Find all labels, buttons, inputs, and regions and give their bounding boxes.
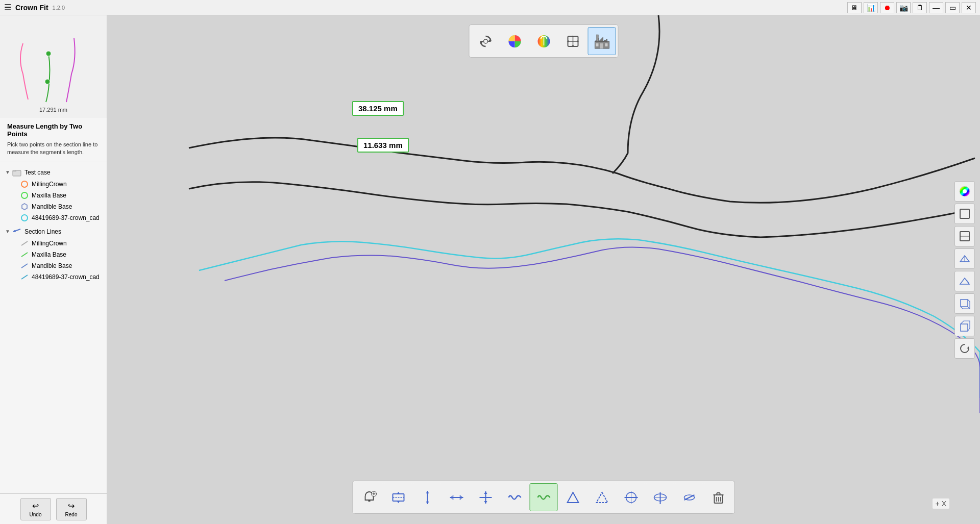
record-btn[interactable]: ⏺	[880, 2, 894, 13]
triangle-btn[interactable]	[559, 483, 587, 511]
cross-v-btn[interactable]	[646, 483, 674, 511]
view-3d-3-btn[interactable]	[954, 293, 975, 314]
color-wheel-icon	[959, 185, 971, 197]
cross-h-icon	[623, 490, 639, 505]
svg-rect-33	[596, 35, 598, 41]
svg-line-9	[21, 241, 28, 245]
view-3d-1-btn[interactable]	[954, 248, 975, 269]
tree-item-millingcrown[interactable]: MillingCrown	[15, 179, 107, 190]
cross-d-icon	[681, 490, 697, 505]
left-panel: 17.291 mm Measure Length by Two Points P…	[0, 15, 107, 524]
undo-arrow-icon: ↩	[32, 501, 39, 511]
axis-btn[interactable]	[472, 483, 500, 511]
viewport[interactable]: 38.125 mm 11.633 mm + X	[107, 15, 980, 524]
view-3d-4-icon	[959, 320, 971, 332]
svg-marker-54	[397, 501, 400, 503]
monitor-btn[interactable]: 🖥	[847, 2, 862, 13]
gradient-btn[interactable]	[530, 27, 558, 55]
undo-label: Undo	[30, 512, 42, 517]
wave-active-btn[interactable]	[530, 483, 558, 511]
lines-icon	[12, 227, 21, 236]
testcase-children: MillingCrown Maxilla Base Mandible Base	[0, 179, 107, 223]
app-version: 1.2.0	[53, 5, 65, 11]
svg-line-11	[21, 264, 28, 268]
view-3d-2-btn[interactable]	[954, 271, 975, 291]
maxilla-label: Maxilla Base	[32, 192, 66, 199]
minimize-btn[interactable]: —	[929, 2, 943, 13]
view-top-btn[interactable]	[954, 226, 975, 246]
vertical-btn[interactable]	[413, 483, 442, 511]
svg-marker-28	[599, 37, 603, 41]
maximize-btn[interactable]: ▭	[945, 2, 960, 13]
factory-icon	[594, 33, 610, 49]
chart-btn[interactable]: 📊	[864, 2, 878, 13]
cross-h-btn[interactable]	[617, 483, 645, 511]
svg-rect-41	[961, 300, 968, 307]
svg-line-12	[21, 275, 28, 279]
svg-line-45	[961, 321, 964, 324]
view-3d-4-btn[interactable]	[954, 316, 975, 336]
svg-point-6	[21, 215, 28, 221]
menu-icon[interactable]: ☰	[4, 3, 11, 12]
resetview-btn[interactable]	[559, 27, 587, 55]
redo-button[interactable]: ↪ Redo	[56, 498, 87, 520]
colormap-btn[interactable]	[501, 27, 529, 55]
svg-point-8	[14, 230, 16, 232]
color-wheel-btn[interactable]	[954, 181, 975, 202]
svg-marker-29	[603, 39, 607, 41]
delete-btn[interactable]	[704, 483, 732, 511]
close-btn[interactable]: ✕	[962, 2, 976, 13]
vertical-icon	[420, 490, 435, 505]
doc-btn[interactable]: 🗒	[913, 2, 927, 13]
titlebar-right: 🖥 📊 ⏺ 📷 🗒 — ▭ ✕	[847, 2, 976, 13]
reset-btn[interactable]	[954, 338, 975, 359]
factory-btn[interactable]	[588, 27, 616, 55]
svg-marker-60	[460, 496, 463, 499]
tree-item-mandible[interactable]: Mandible Base	[15, 201, 107, 212]
tree-item-sl-maxilla[interactable]: Maxilla Base	[15, 249, 107, 260]
tree-group-sectionlines: ▼ Section Lines MillingCrown	[0, 224, 107, 284]
circle-green-icon	[20, 191, 29, 199]
view-front-btn[interactable]	[954, 204, 975, 224]
tree-item-crown-cad[interactable]: 48419689-37-crown_cad	[15, 212, 107, 223]
titlebar-left: ☰ Crown Fit 1.2.0	[4, 3, 65, 12]
svg-rect-36	[960, 209, 969, 218]
tree-item-sl-crown-cad[interactable]: 48419689-37-crown_cad	[15, 271, 107, 283]
horizontal-btn[interactable]	[443, 483, 471, 511]
wave-btn[interactable]	[501, 483, 529, 511]
svg-marker-67	[567, 492, 578, 503]
sl-maxilla-label: Maxilla Base	[32, 251, 66, 258]
reset-icon	[959, 342, 971, 355]
right-toolbar	[954, 181, 975, 359]
x-axis-label: + X	[933, 498, 949, 509]
tree-group-sectionlines-header[interactable]: ▼ Section Lines	[0, 226, 107, 238]
undo-button[interactable]: ↩ Undo	[20, 498, 51, 520]
measure-info: Measure Length by Two Points Pick two po…	[0, 117, 107, 162]
tree-item-sl-mandible[interactable]: Mandible Base	[15, 260, 107, 271]
section-btn[interactable]	[384, 483, 412, 511]
triangle2-btn[interactable]	[588, 483, 616, 511]
tree-group-testcase: ▼ Test case MillingCrown	[0, 165, 107, 224]
svg-marker-5	[22, 204, 27, 210]
svg-point-1	[45, 79, 50, 84]
rotate-btn[interactable]	[472, 27, 500, 55]
cross-d-btn[interactable]	[675, 483, 703, 511]
colormap-icon	[506, 33, 523, 49]
tree-group-testcase-header[interactable]: ▼ Test case	[0, 166, 107, 179]
bell-add-btn[interactable]	[355, 483, 383, 511]
measurement-1-value: 38.125 mm	[358, 104, 398, 113]
bell-add-icon	[361, 490, 377, 505]
tree-item-sl-millingcrown[interactable]: MillingCrown	[15, 238, 107, 249]
svg-rect-30	[600, 43, 603, 48]
folder-icon	[12, 168, 21, 177]
circle-cyan-icon	[20, 214, 29, 222]
screenshot-btn[interactable]: 📷	[896, 2, 911, 13]
gradient-icon	[535, 33, 552, 49]
canvas-svg	[107, 15, 980, 524]
line-gray-icon	[20, 239, 29, 247]
sl-millingcrown-label: MillingCrown	[32, 240, 67, 247]
cross-v-icon	[652, 490, 668, 505]
tree-item-maxilla[interactable]: Maxilla Base	[15, 190, 107, 201]
view-3d-2-icon	[959, 275, 971, 287]
view-top-icon	[959, 230, 971, 242]
